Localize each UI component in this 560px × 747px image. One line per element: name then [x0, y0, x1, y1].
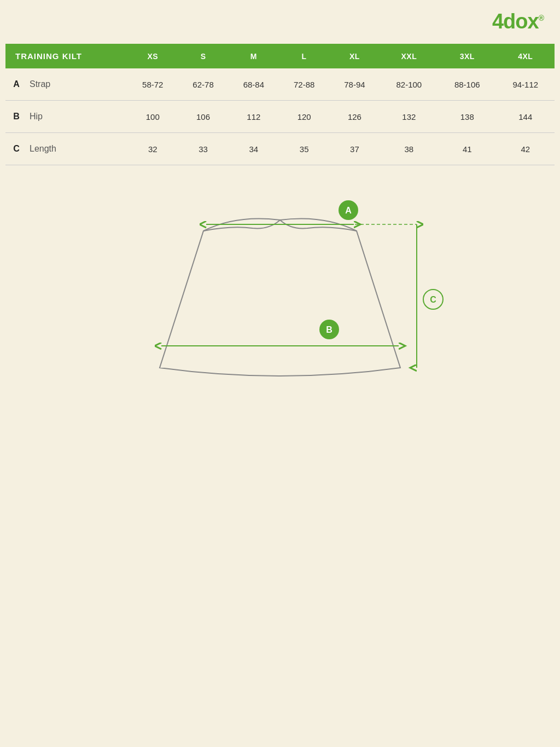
cell-a-xs: 58-72: [127, 68, 178, 101]
cell-c-xxl: 38: [380, 133, 438, 165]
cell-a-l: 72-88: [279, 68, 329, 101]
svg-text:B: B: [326, 325, 332, 334]
row-letter-a: A: [5, 68, 27, 101]
row-letter-b: B: [5, 101, 27, 133]
table-row: BHip100106112120126132138144: [5, 101, 555, 133]
table-row: AStrap58-7262-7868-8472-8878-9482-10088-…: [5, 68, 555, 101]
measurement-diagram: A C B: [5, 187, 555, 417]
row-name-c: Length: [27, 133, 127, 165]
cell-c-m: 34: [229, 133, 279, 165]
cell-a-xl: 78-94: [329, 68, 380, 101]
table-row: CLength3233343537384142: [5, 133, 555, 165]
logo-superscript: ®: [539, 14, 544, 22]
logo: 4dox®: [492, 10, 544, 33]
cell-c-s: 33: [178, 133, 228, 165]
cell-a-4xl: 94-112: [497, 68, 555, 101]
logo-text: 4dox: [492, 10, 539, 33]
cell-b-xs: 100: [127, 101, 178, 133]
cell-c-l: 35: [279, 133, 329, 165]
col-4xl: 4XL: [497, 44, 555, 68]
size-table: TRAINING KILT XS S M L XL XXL 3XL 4XL AS…: [5, 44, 555, 165]
cell-b-l: 120: [279, 101, 329, 133]
col-m: M: [229, 44, 279, 68]
cell-b-3xl: 138: [438, 101, 496, 133]
cell-b-xl: 126: [329, 101, 380, 133]
cell-b-xxl: 132: [380, 101, 438, 133]
cell-b-s: 106: [178, 101, 228, 133]
cell-c-xl: 37: [329, 133, 380, 165]
cell-b-m: 112: [229, 101, 279, 133]
cell-a-s: 62-78: [178, 68, 228, 101]
cell-c-4xl: 42: [497, 133, 555, 165]
cell-a-3xl: 88-106: [438, 68, 496, 101]
col-xl: XL: [329, 44, 380, 68]
row-name-a: Strap: [27, 68, 127, 101]
cell-c-3xl: 41: [438, 133, 496, 165]
col-xs: XS: [127, 44, 178, 68]
col-l: L: [279, 44, 329, 68]
kilt-diagram-svg: A C B: [110, 198, 450, 406]
col-3xl: 3XL: [438, 44, 496, 68]
cell-a-m: 68-84: [229, 68, 279, 101]
col-s: S: [178, 44, 228, 68]
table-title: TRAINING KILT: [5, 44, 127, 68]
svg-text:C: C: [430, 295, 436, 304]
col-xxl: XXL: [380, 44, 438, 68]
row-letter-c: C: [5, 133, 27, 165]
row-name-b: Hip: [27, 101, 127, 133]
cell-c-xs: 32: [127, 133, 178, 165]
table-header-row: TRAINING KILT XS S M L XL XXL 3XL 4XL: [5, 44, 555, 68]
cell-a-xxl: 82-100: [380, 68, 438, 101]
svg-text:A: A: [345, 206, 352, 215]
cell-b-4xl: 144: [497, 101, 555, 133]
